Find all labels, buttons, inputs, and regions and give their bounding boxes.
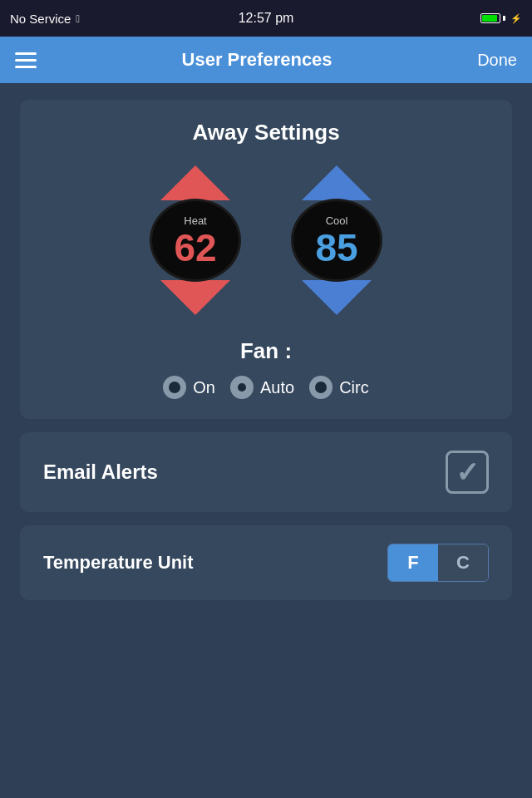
battery-tip bbox=[503, 16, 505, 21]
fan-label: Fan : bbox=[240, 338, 292, 364]
unit-toggle: F C bbox=[387, 544, 489, 582]
fan-option-on[interactable]: On bbox=[163, 376, 215, 399]
status-right: ⚡ bbox=[480, 13, 522, 24]
fan-radio-circ-inner bbox=[315, 382, 327, 393]
email-alerts-checkbox[interactable]: ✓ bbox=[446, 451, 489, 494]
fan-circ-label: Circ bbox=[339, 378, 369, 397]
unit-celsius-button[interactable]: C bbox=[438, 544, 488, 581]
battery-icon bbox=[480, 13, 505, 23]
status-left: No Service  bbox=[10, 12, 80, 26]
unit-fahrenheit-button[interactable]: F bbox=[388, 544, 438, 581]
email-alerts-label: Email Alerts bbox=[43, 461, 158, 484]
menu-line-3 bbox=[15, 66, 37, 68]
email-alerts-card: Email Alerts ✓ bbox=[20, 432, 512, 512]
heat-up-arrow[interactable] bbox=[160, 165, 230, 200]
status-bar: No Service  12:57 pm ⚡ bbox=[0, 0, 532, 37]
heat-label: Heat bbox=[184, 214, 206, 227]
heat-down-arrow[interactable] bbox=[160, 280, 230, 315]
temperature-unit-card: Temperature Unit F C bbox=[20, 525, 512, 600]
fan-section: Fan : On Auto bbox=[163, 338, 368, 399]
menu-line-1 bbox=[15, 52, 37, 55]
fan-radio-circ[interactable] bbox=[309, 376, 332, 399]
fan-options: On Auto Circ bbox=[163, 376, 368, 399]
carrier-text: No Service bbox=[10, 12, 71, 26]
main-content: Away Settings Heat 62 Cool 85 bbox=[0, 83, 532, 798]
heat-circle: Heat 62 bbox=[150, 199, 241, 282]
status-time: 12:57 pm bbox=[239, 11, 294, 26]
battery-fill bbox=[482, 15, 497, 22]
fan-radio-auto[interactable] bbox=[230, 376, 254, 399]
battery-body bbox=[480, 13, 500, 23]
fan-auto-label: Auto bbox=[260, 378, 294, 397]
nav-bar: User Preferences Done bbox=[0, 37, 532, 83]
cool-label: Cool bbox=[326, 214, 348, 227]
wifi-icon:  bbox=[76, 12, 80, 25]
cool-up-arrow[interactable] bbox=[302, 165, 372, 200]
fan-option-auto[interactable]: Auto bbox=[230, 376, 294, 399]
fan-option-circ[interactable]: Circ bbox=[309, 376, 369, 399]
heat-value: 62 bbox=[174, 229, 216, 267]
menu-line-2 bbox=[15, 59, 37, 62]
page-title: User Preferences bbox=[182, 49, 332, 71]
away-settings-card: Away Settings Heat 62 Cool 85 bbox=[20, 100, 512, 419]
bolt-icon: ⚡ bbox=[510, 13, 522, 24]
temperature-unit-label: Temperature Unit bbox=[43, 552, 194, 574]
checkmark-icon: ✓ bbox=[456, 458, 479, 486]
cool-down-arrow[interactable] bbox=[302, 280, 372, 315]
heat-thermostat[interactable]: Heat 62 bbox=[141, 165, 249, 315]
away-settings-title: Away Settings bbox=[192, 120, 339, 145]
thermostat-row: Heat 62 Cool 85 bbox=[141, 165, 391, 315]
cool-value: 85 bbox=[315, 229, 357, 267]
cool-circle: Cool 85 bbox=[291, 199, 382, 282]
done-button[interactable]: Done bbox=[477, 51, 517, 70]
fan-radio-on[interactable] bbox=[163, 376, 186, 399]
fan-on-label: On bbox=[193, 378, 215, 397]
menu-button[interactable] bbox=[15, 52, 37, 68]
fan-radio-on-inner bbox=[169, 382, 180, 393]
cool-thermostat[interactable]: Cool 85 bbox=[283, 165, 391, 315]
